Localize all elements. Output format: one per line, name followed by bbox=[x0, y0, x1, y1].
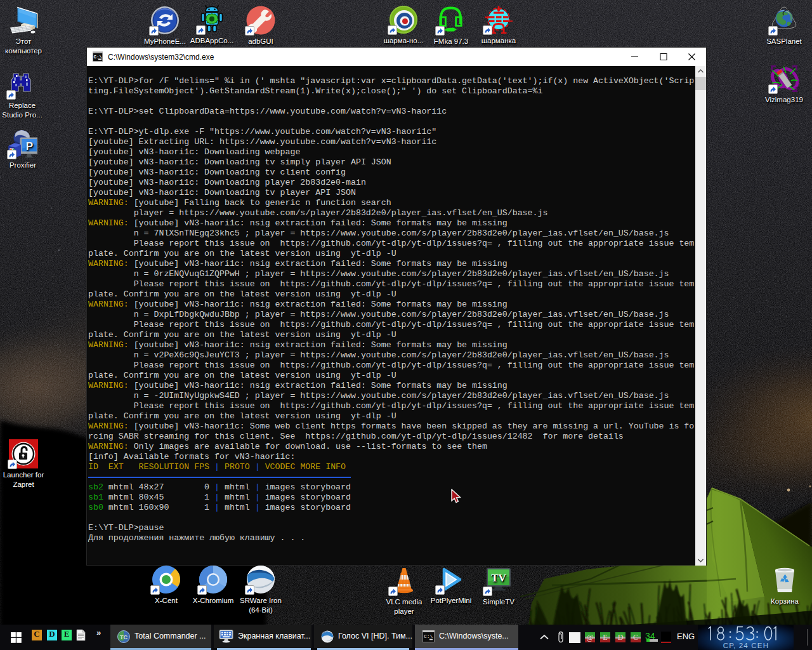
svg-text:C:\: C:\ bbox=[424, 633, 433, 639]
svg-text:C:\: C:\ bbox=[94, 55, 103, 60]
svg-text:TC: TC bbox=[120, 634, 128, 640]
svg-text:СР, 24 СЕН: СР, 24 СЕН bbox=[723, 642, 769, 649]
svg-text:P: P bbox=[26, 140, 33, 152]
svg-text:TV: TV bbox=[491, 572, 506, 584]
